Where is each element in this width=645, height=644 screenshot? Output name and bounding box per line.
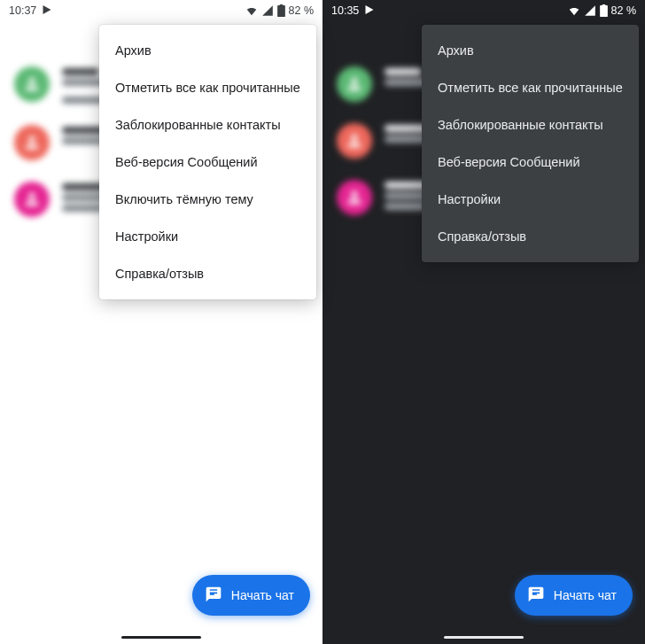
avatar [14,125,50,160]
avatar [14,66,50,102]
menu-item-web-messages[interactable]: Веб-версия Сообщений [99,144,316,181]
wifi-icon [245,4,258,17]
menu-item-settings[interactable]: Настройки [99,218,316,255]
start-chat-button[interactable]: Начать чат [515,575,633,616]
svg-rect-3 [602,4,605,6]
menu-item-archive[interactable]: Архив [422,32,639,69]
home-handle[interactable] [121,636,201,639]
menu-item-web-messages[interactable]: Веб-версия Сообщений [422,144,639,181]
avatar [337,180,372,215]
fab-label: Начать чат [231,588,294,602]
play-store-icon [42,4,52,18]
status-bar: 10:37 82 % [0,0,322,21]
avatar [337,123,372,159]
dark-theme-pane: 10:35 82 % [322,0,645,644]
avatar [337,66,372,102]
menu-item-settings[interactable]: Настройки [422,181,639,218]
svg-rect-1 [279,4,283,6]
menu-item-enable-dark-theme[interactable]: Включить тёмную тему [99,181,316,218]
fab-label: Начать чат [554,588,617,602]
signal-icon [584,4,596,17]
start-chat-button[interactable]: Начать чат [192,575,310,616]
clock: 10:37 [9,4,36,17]
battery-icon [277,4,285,17]
menu-item-mark-all-read[interactable]: Отметить все как прочитанные [99,69,316,106]
home-handle[interactable] [444,636,524,639]
avatar [14,182,50,217]
menu-item-blocked-contacts[interactable]: Заблокированные контакты [422,106,639,144]
menu-item-archive[interactable]: Архив [99,32,316,69]
chat-icon [527,586,545,606]
status-bar: 10:35 82 % [322,0,645,21]
wifi-icon [568,4,580,17]
menu-item-mark-all-read[interactable]: Отметить все как прочитанные [422,69,639,106]
signal-icon [261,4,274,17]
overflow-menu: Архив Отметить все как прочитанные Забло… [99,25,316,299]
svg-rect-0 [277,5,285,17]
menu-item-blocked-contacts[interactable]: Заблокированные контакты [99,106,316,144]
clock: 10:35 [331,4,359,17]
chat-icon [205,586,222,606]
light-theme-pane: 10:37 82 % [0,0,322,644]
play-store-icon [364,4,375,18]
menu-item-help-feedback[interactable]: Справка/отзыв [422,218,639,255]
svg-rect-2 [600,5,608,17]
overflow-menu: Архив Отметить все как прочитанные Забло… [422,25,639,262]
battery-icon [600,4,608,17]
menu-item-help-feedback[interactable]: Справка/отзыв [99,255,316,292]
battery-percent: 82 % [611,4,637,17]
battery-percent: 82 % [289,4,315,17]
